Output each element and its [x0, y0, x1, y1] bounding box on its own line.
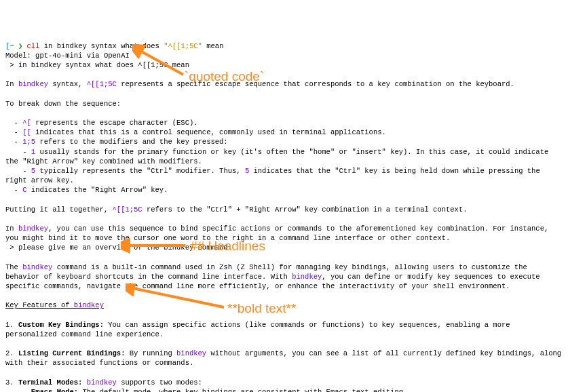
text: represents a specific escape sequence th…: [117, 80, 514, 88]
code: ^[: [22, 119, 31, 127]
mode-title: Emacs Mode:: [31, 388, 78, 392]
text: Putting it all together,: [5, 205, 113, 214]
text: supports two modes:: [117, 378, 202, 387]
keyword-bindkey: bindkey: [87, 378, 117, 387]
keyword-bindkey: bindkey: [292, 273, 322, 281]
text: To break down the sequence:: [5, 100, 121, 108]
code: ^[[1;5C: [113, 205, 143, 214]
prompt-arrow: ❯: [14, 42, 27, 50]
code: [[: [22, 128, 31, 136]
text: -: [5, 138, 22, 146]
code: 1;5: [22, 138, 35, 146]
text: indicates the "Right Arrow" key.: [27, 186, 168, 194]
text: syntax,: [48, 80, 87, 88]
text: The: [5, 263, 22, 271]
text: By running: [125, 349, 176, 357]
text: In: [5, 224, 18, 233]
keyword-bindkey: bindkey: [176, 349, 206, 357]
text: refers to the modifiers and the key pres…: [35, 138, 228, 146]
text: -: [5, 388, 31, 392]
text: refers to the "Ctrl" + "Right Arrow" key…: [143, 205, 468, 214]
text: indicates that this is a control sequenc…: [31, 128, 386, 136]
keyword-bindkey: bindkey: [74, 301, 104, 309]
text: typically represents the "Ctrl" modifier…: [35, 167, 245, 175]
text: 3.: [5, 378, 18, 387]
text: -: [5, 119, 22, 127]
code-escape-seq: ^[[1;5C: [87, 80, 117, 88]
prompt-cmd: cll: [27, 42, 40, 50]
feature-title: Terminal Modes:: [18, 378, 83, 387]
prompt-rest: in bindkey syntax what does: [39, 42, 164, 50]
line-model: Model: gpt-4o-mini via OpenAI: [5, 52, 130, 60]
keyword-bindkey: bindkey: [22, 263, 52, 271]
heading-text: Key Features of: [5, 301, 74, 309]
line-echo: > in bindkey syntax what does ^[[1;5C me…: [5, 61, 189, 69]
keyword-bindkey: bindkey: [18, 224, 48, 233]
text: 1.: [5, 321, 18, 329]
section-heading: Key Features of bindkey: [5, 301, 104, 309]
prompt-quoted: "^[[1;5C": [164, 42, 202, 50]
text: 2.: [5, 349, 18, 357]
text: -: [5, 128, 22, 136]
prompt-tail: mean: [202, 42, 224, 50]
keyword-bindkey: bindkey: [18, 80, 48, 88]
terminal-output: [~ ❯ cll in bindkey syntax what does "^[…: [5, 41, 563, 392]
feature-title: Custom Key Bindings:: [18, 321, 104, 329]
text: -: [5, 167, 31, 175]
text: -: [5, 148, 31, 156]
feature-title: Listing Current Bindings:: [18, 349, 126, 357]
text: The default mode, where key bindings are…: [78, 388, 407, 392]
text: represents the escape character (ESC).: [31, 119, 198, 127]
text: In: [5, 80, 18, 88]
text: usually stands for the primary function …: [5, 148, 553, 165]
line-echo2: > please give me an overview of the bind…: [5, 243, 228, 252]
text: -: [5, 186, 22, 194]
text: , you can use this sequence to bind spec…: [5, 224, 553, 242]
